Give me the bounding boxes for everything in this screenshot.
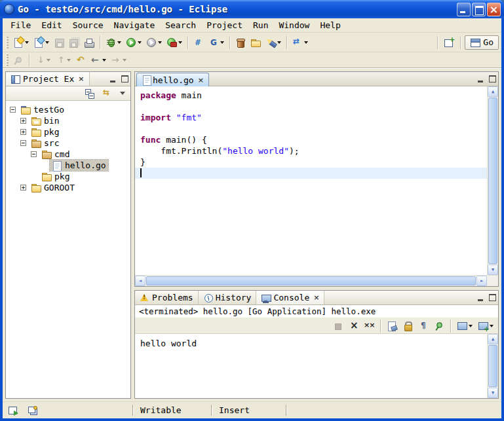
console-tab[interactable]: Console × (256, 291, 324, 304)
forward-button[interactable] (109, 53, 128, 67)
open-type-button[interactable] (233, 35, 248, 50)
scroll-right-icon[interactable]: ► (476, 276, 487, 286)
debug-button[interactable] (104, 35, 123, 50)
tree-item-hello.go[interactable]: hello.go (7, 160, 130, 171)
minimize-editor-button[interactable] (475, 72, 486, 86)
remove-launch-button[interactable] (346, 319, 360, 333)
maximize-view-button[interactable] (486, 291, 498, 304)
scrollbar-thumb[interactable] (488, 98, 497, 264)
menu-help[interactable]: Help (315, 20, 345, 31)
tree-item-body[interactable]: bin (29, 115, 61, 126)
tree-item-body[interactable]: pkg (29, 126, 61, 137)
code-line[interactable]: func main() { (135, 134, 487, 145)
scroll-up-icon[interactable]: ▲ (488, 334, 498, 344)
menu-source[interactable]: Source (68, 20, 109, 31)
close-button[interactable] (487, 3, 501, 16)
tree-expander-icon[interactable]: + (20, 185, 26, 191)
last-edit-location-button[interactable] (73, 53, 88, 67)
maximize-button[interactable] (472, 3, 486, 16)
scrollbar-thumb[interactable] (146, 276, 476, 285)
new-go-element-button[interactable] (31, 35, 51, 50)
code-line[interactable]: package main (135, 90, 487, 101)
open-resource-button[interactable] (248, 35, 263, 50)
tree-expander-icon[interactable]: + (20, 118, 26, 124)
menu-search[interactable]: Search (160, 20, 201, 31)
go-test-button[interactable] (191, 35, 206, 50)
scroll-lock-button[interactable] (400, 319, 415, 333)
toolbar-grip[interactable] (6, 37, 9, 48)
code-line[interactable]: } (135, 156, 487, 168)
menu-file[interactable]: File (5, 20, 36, 31)
link-with-editor-button[interactable] (100, 88, 115, 100)
synchronize-button[interactable] (290, 35, 310, 50)
go-tools-button[interactable] (206, 35, 226, 50)
minimize-view-button[interactable] (107, 72, 119, 86)
open-console-button[interactable] (476, 319, 495, 333)
terminate-button[interactable] (330, 319, 345, 333)
minimized-views-icon[interactable] (28, 405, 38, 416)
run-button[interactable] (124, 35, 144, 50)
code-area[interactable]: package main import "fmt" func main() { … (135, 86, 487, 275)
tree-item-bin[interactable]: +bin (7, 115, 130, 126)
console-output[interactable]: hello world (135, 334, 487, 398)
minimize-button[interactable] (457, 3, 471, 16)
search-button[interactable] (263, 35, 283, 50)
back-button[interactable] (88, 53, 108, 67)
pin-console-button[interactable] (432, 319, 446, 333)
tree-expander-icon[interactable]: − (10, 107, 16, 113)
tree-item-body[interactable]: GOROOT (29, 182, 77, 193)
tree-item-cmd[interactable]: −cmd (7, 149, 130, 160)
menu-edit[interactable]: Edit (36, 20, 67, 31)
tree-expander-icon[interactable]: − (31, 151, 37, 157)
view-menu-button[interactable] (118, 88, 127, 100)
close-view-icon[interactable]: × (313, 293, 319, 302)
scroll-left-icon[interactable]: ◄ (135, 276, 145, 286)
previous-annotation-button[interactable] (53, 53, 73, 67)
code-line[interactable] (135, 101, 487, 112)
tree-item-pkg[interactable]: +pkg (7, 126, 130, 137)
tree-item-body[interactable]: testGo (18, 104, 66, 115)
console-vertical-scrollbar[interactable]: ▲ ▼ (487, 334, 498, 398)
editor-tab-hello-go[interactable]: hello.go × (136, 73, 209, 86)
tree-item-body[interactable]: hello.go (50, 160, 108, 171)
menu-window[interactable]: Window (273, 20, 315, 31)
close-editor-icon[interactable]: × (198, 76, 204, 84)
code-line[interactable]: import "fmt" (135, 112, 487, 123)
go-perspective-button[interactable]: Go (465, 35, 499, 50)
next-annotation-button[interactable] (33, 53, 52, 67)
clear-console-button[interactable] (385, 319, 399, 333)
fast-view-icon[interactable] (8, 405, 18, 416)
code-line[interactable] (135, 168, 487, 179)
tree-item-body[interactable]: pkg (39, 171, 71, 182)
menu-run[interactable]: Run (248, 20, 273, 31)
tree-item-body[interactable]: src (29, 137, 61, 149)
editor-horizontal-scrollbar[interactable]: ◄ ► (135, 275, 498, 286)
toolbar-grip[interactable] (6, 54, 9, 66)
save-button[interactable] (52, 35, 66, 50)
project-explorer-tab[interactable]: Project Ex × (6, 72, 90, 86)
tree-item-GOROOT[interactable]: +GOROOT (7, 182, 130, 193)
collapse-all-button[interactable] (83, 88, 97, 100)
tree-item-testGo[interactable]: −testGo (7, 104, 130, 115)
scrollbar-thumb[interactable] (488, 345, 497, 387)
tree-expander-icon[interactable]: + (20, 129, 26, 135)
menu-project[interactable]: Project (201, 20, 248, 31)
open-perspective-button[interactable] (442, 35, 456, 50)
titlebar[interactable]: Go - testGo/src/cmd/hello.go - Eclipse (0, 0, 504, 18)
maximize-editor-button[interactable] (486, 72, 498, 86)
editor-vertical-scrollbar[interactable]: ▲ ▼ (487, 86, 498, 275)
tree-item-body[interactable]: cmd (39, 149, 71, 160)
pin-editor-button[interactable] (11, 53, 26, 67)
scroll-up-icon[interactable]: ▲ (488, 86, 498, 97)
history-tab[interactable]: History (199, 291, 257, 304)
code-line[interactable] (135, 123, 487, 134)
scroll-down-icon[interactable]: ▼ (488, 265, 498, 275)
print-button[interactable] (82, 35, 96, 50)
scroll-down-icon[interactable]: ▼ (488, 388, 498, 398)
remove-all-launches-button[interactable] (362, 319, 376, 333)
tree-item-pkg[interactable]: pkg (7, 171, 130, 182)
maximize-view-button[interactable] (119, 72, 130, 86)
tree-item-src[interactable]: −src (7, 137, 130, 149)
code-line[interactable]: fmt.Println("hello world"); (135, 145, 487, 156)
tree-expander-icon[interactable]: − (20, 140, 26, 146)
